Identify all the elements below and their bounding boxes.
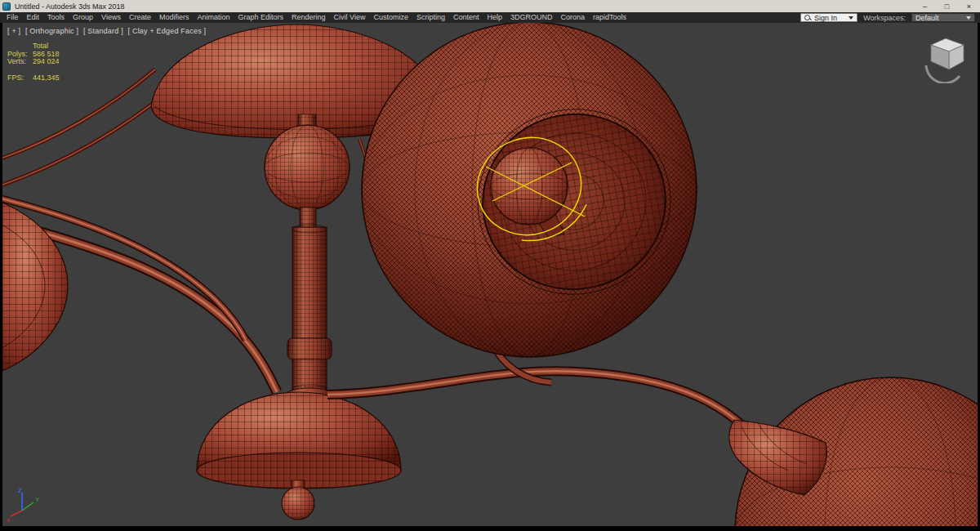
app-icon — [2, 2, 11, 11]
viewport-general-menu[interactable]: [ + ] — [7, 27, 20, 35]
workspaces-label: Workspaces: — [863, 14, 906, 22]
menu-animation[interactable]: Animation — [193, 12, 234, 23]
stats-verts-value: 294 024 — [33, 58, 60, 66]
stats-fps-row: FPS: 441,345 — [7, 74, 60, 83]
chevron-down-icon — [966, 16, 971, 20]
menu-scripting[interactable]: Scripting — [412, 12, 449, 23]
close-button[interactable]: × — [958, 0, 980, 12]
workspace-value: Default — [915, 14, 966, 22]
stats-fps-value: 441,345 — [33, 74, 60, 83]
window-controls: – □ × — [914, 0, 980, 12]
viewcube-ring[interactable] — [926, 65, 960, 83]
menu-file[interactable]: File — [2, 12, 23, 23]
menu-3dground[interactable]: 3DGROUND — [506, 12, 557, 23]
menu-content[interactable]: Content — [449, 12, 483, 23]
menu-edit[interactable]: Edit — [23, 12, 44, 23]
statistics-overlay: Total Polys: 586 518 Verts: 294 024 FPS:… — [7, 42, 60, 82]
x-axis-label: x — [7, 516, 10, 524]
sign-in-button[interactable]: Sign In — [800, 13, 858, 22]
menu-group[interactable]: Group — [69, 12, 97, 23]
z-axis-label: Z — [18, 487, 22, 494]
sign-in-label: Sign In — [814, 14, 837, 22]
menu-civil-view[interactable]: Civil View — [330, 12, 370, 23]
central-column — [285, 207, 334, 403]
menu-customize[interactable]: Customize — [369, 12, 412, 23]
viewport[interactable]: [ + ] [ Orthographic ] [ Standard ] [ Cl… — [2, 23, 978, 526]
viewcube[interactable] — [920, 33, 971, 83]
menu-rendering[interactable]: Rendering — [287, 12, 330, 23]
menubar: File Edit Tools Group Views Create Modif… — [0, 12, 980, 23]
viewport-shading-menu[interactable]: [ Clay + Edged Faces ] — [128, 27, 207, 35]
minimize-button[interactable]: – — [914, 0, 936, 12]
y-axis-line — [22, 502, 33, 511]
stats-verts-row: Verts: 294 024 — [7, 58, 60, 66]
window-titlebar: Untitled - Autodesk 3ds Max 2018 – □ × — [0, 0, 980, 12]
menu-create[interactable]: Create — [125, 12, 155, 23]
viewport-canvas[interactable] — [2, 23, 978, 526]
menu-corona[interactable]: Corona — [556, 12, 589, 23]
menu-rapidtools[interactable]: rapidTools — [589, 12, 630, 23]
menubar-right-cluster: Sign In Workspaces: Default — [800, 13, 980, 22]
viewport-standard-menu[interactable]: [ Standard ] — [83, 27, 123, 35]
viewport-pov-menu[interactable]: [ Orthographic ] — [25, 27, 78, 35]
search-icon — [804, 15, 811, 21]
x-axis-line — [11, 511, 22, 516]
chevron-down-icon — [849, 16, 853, 20]
stats-fps-label: FPS: — [7, 74, 33, 83]
finial-sphere[interactable] — [491, 148, 568, 225]
y-axis-label: Y — [35, 496, 40, 503]
maximize-button[interactable]: □ — [936, 0, 958, 12]
workspace-select[interactable]: Default — [911, 13, 975, 22]
menu-graph-editors[interactable]: Graph Editors — [234, 12, 287, 23]
viewport-label: [ + ] [ Orthographic ] [ Standard ] [ Cl… — [7, 27, 208, 35]
menu-modifiers[interactable]: Modifiers — [155, 12, 194, 23]
menu-help[interactable]: Help — [483, 12, 506, 23]
window-title: Untitled - Autodesk 3ds Max 2018 — [15, 2, 125, 11]
axis-tripod: Z Y x — [6, 486, 43, 524]
stats-verts-label: Verts: — [7, 58, 33, 66]
menu-views[interactable]: Views — [97, 12, 125, 23]
main-shade-sphere[interactable] — [362, 23, 697, 357]
menu-tools[interactable]: Tools — [43, 12, 69, 23]
